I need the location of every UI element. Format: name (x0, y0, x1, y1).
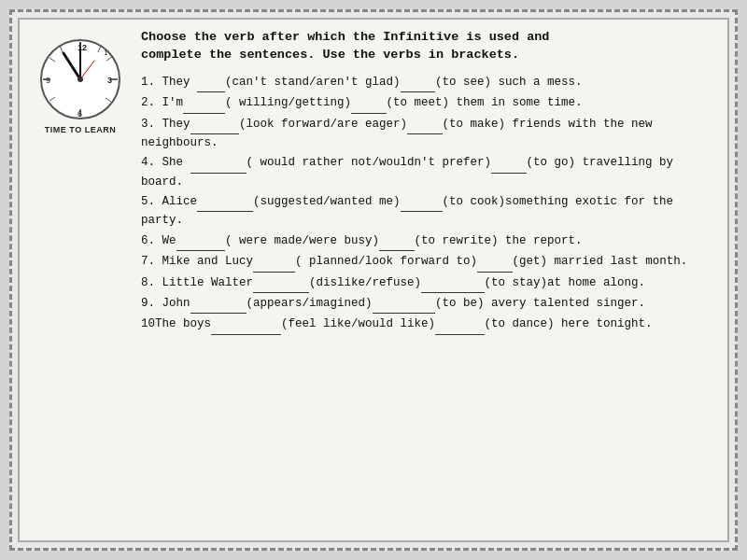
sentence-5: 5. Alice (suggested/wanted me) (to cook)… (141, 193, 716, 231)
right-panel: Choose the verb after which the Infiniti… (141, 29, 716, 531)
num-9: 9. John (141, 297, 190, 310)
blank-8b (421, 274, 485, 293)
num-4: 4. She (141, 156, 190, 169)
blank-6b (379, 232, 415, 251)
text-6: (to rewrite) the report. (415, 234, 583, 247)
num-3: 3. They (141, 118, 190, 131)
sentence-6: 6. We ( were made/were busy) (to rewrite… (141, 232, 716, 251)
blank-2a (183, 94, 225, 113)
text-7: (get) married last month. (513, 255, 688, 268)
paren-10a: (feel like/would like) (281, 317, 435, 330)
svg-text:6: 6 (78, 109, 82, 119)
num-2: 2. I'm (141, 96, 183, 109)
svg-text:3: 3 (107, 76, 112, 85)
text-10: (to dance) here tonight. (485, 317, 653, 330)
blank-4a (190, 154, 247, 173)
instruction-line2: complete the sentences. Use the verbs in… (141, 48, 519, 62)
blank-1a (197, 74, 225, 92)
paren-9a: (appears/imagined) (247, 297, 373, 310)
blank-9a (190, 295, 247, 314)
logo-text: TIME TO LEARN (45, 125, 116, 134)
paren-8a: (dislike/refuse) (309, 276, 421, 289)
num-10: 10The boys (141, 317, 211, 330)
paren-3a: (look forward/are eager) (239, 118, 407, 131)
text-8: (to stay)at home along. (485, 276, 646, 289)
clock-container: 12 3 6 9 1 (36, 33, 125, 121)
num-1: 1. They (141, 76, 197, 89)
blank-3a (190, 116, 240, 134)
svg-text:1: 1 (104, 49, 108, 57)
blank-5b (401, 193, 443, 212)
num-6: 6. We (141, 234, 176, 247)
svg-text:12: 12 (78, 43, 87, 52)
text-1: (to see) such a mess. (435, 76, 583, 89)
sentences-list: 1. They (can't stand/aren't glad) (to se… (141, 74, 716, 337)
sentence-2: 2. I'm ( willing/getting) (to meet) them… (141, 94, 716, 113)
sentence-4: 4. She ( would rather not/wouldn't prefe… (141, 154, 716, 191)
sentence-1: 1. They (can't stand/aren't glad) (to se… (141, 74, 716, 92)
sentence-9: 9. John (appears/imagined) (to be) avery… (141, 295, 716, 314)
paren-5a: (suggested/wanted me) (253, 195, 401, 208)
instruction-line1: Choose the verb after which the Infiniti… (141, 30, 549, 44)
num-8: 8. Little Walter (141, 276, 253, 289)
sentence-8: 8. Little Walter (dislike/refuse) (to st… (141, 274, 716, 293)
text-2: (to meet) them in some time. (387, 96, 583, 109)
outer-border: 12 3 6 9 1 TIME TO LEARN (9, 9, 738, 551)
paren-1a: (can't stand/aren't glad) (225, 76, 401, 89)
blank-1b (401, 74, 436, 92)
svg-text:9: 9 (46, 76, 50, 85)
blank-8a (253, 274, 309, 293)
sentence-10: 10The boys (feel like/would like) (to da… (141, 315, 716, 334)
clock-icon: 12 3 6 9 1 (36, 33, 125, 121)
inner-border: 12 3 6 9 1 TIME TO LEARN (18, 18, 729, 542)
blank-5a (197, 193, 253, 212)
blank-10a (211, 315, 281, 334)
blank-3b (407, 116, 443, 134)
blank-6a (176, 232, 226, 251)
blank-10b (435, 315, 485, 334)
sentence-7: 7. Mike and Lucy ( planned/look forward … (141, 253, 716, 272)
svg-point-19 (78, 77, 83, 82)
left-panel: 12 3 6 9 1 TIME TO LEARN (29, 29, 132, 531)
text-9: (to be) avery talented singer. (435, 297, 645, 310)
num-5: 5. Alice (141, 195, 197, 208)
paren-7a: ( planned/look forward to) (295, 255, 477, 268)
paren-6a: ( were made/were busy) (225, 234, 379, 247)
sentence-3: 3. They (look forward/are eager) (to mak… (141, 116, 716, 153)
num-7: 7. Mike and Lucy (141, 255, 253, 268)
blank-2b (351, 94, 387, 113)
paren-4a: ( would rather not/wouldn't prefer) (247, 156, 492, 169)
instruction: Choose the verb after which the Infiniti… (141, 29, 716, 64)
blank-7b (477, 253, 513, 272)
blank-9b (373, 295, 436, 314)
blank-4b (491, 154, 527, 173)
blank-7a (253, 253, 295, 272)
paren-2a: ( willing/getting) (225, 96, 351, 109)
